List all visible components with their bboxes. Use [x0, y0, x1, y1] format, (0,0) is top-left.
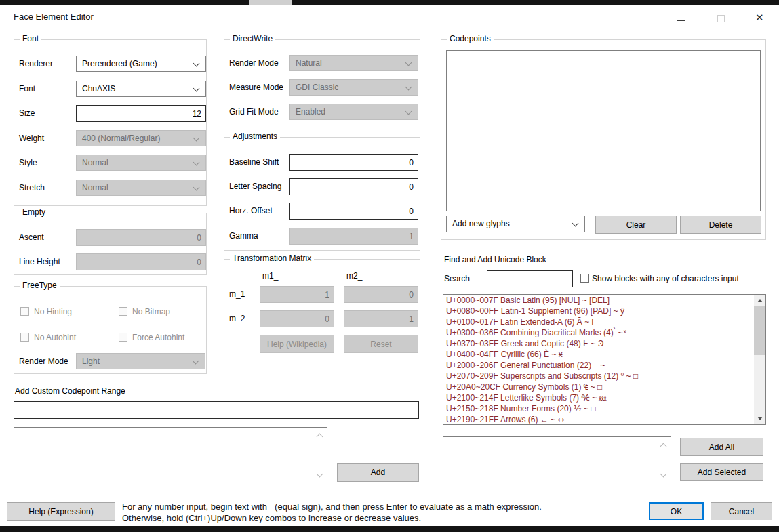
- close-button[interactable]: ✕: [755, 12, 764, 22]
- search-input[interactable]: [487, 270, 573, 287]
- dw-render-mode-select: Natural: [289, 55, 418, 71]
- gamma-label: Gamma: [229, 228, 258, 244]
- renderer-select[interactable]: Prerendered (Game): [76, 56, 206, 72]
- matrix-col1-header: m1_: [262, 271, 278, 281]
- horz-offset-label: Horz. Offset: [229, 203, 273, 219]
- scroll-up-icon[interactable]: [754, 295, 765, 306]
- no-hinting-label: No Hinting: [34, 307, 72, 316]
- weight-select: 400 (Normal/Regular): [76, 130, 206, 146]
- font-select[interactable]: ChnAXIS: [76, 81, 206, 97]
- stretch-label: Stretch: [19, 180, 45, 196]
- directwrite-group-title: DirectWrite: [230, 34, 275, 43]
- ft-render-mode-label: Render Mode: [19, 353, 68, 369]
- add-all-button[interactable]: Add All: [680, 438, 763, 456]
- chevron-down-icon: [193, 358, 199, 365]
- top-screen-strip: [0, 0, 779, 5]
- force-autohint-label: Force Autohint: [132, 333, 184, 342]
- scroll-down-icon[interactable]: [754, 413, 765, 424]
- matrix-m22-input: [344, 310, 418, 327]
- list-item[interactable]: U+2150~218F Number Forms (20) ⅐ ~ □: [443, 403, 754, 414]
- add-selected-button[interactable]: Add Selected: [680, 463, 763, 481]
- custom-range-list[interactable]: [14, 427, 327, 485]
- chevron-down-icon: [193, 135, 200, 142]
- style-label: Style: [19, 155, 37, 171]
- scrollbar-thumb[interactable]: [754, 306, 765, 355]
- baseline-shift-label: Baseline Shift: [229, 154, 279, 170]
- stretch-value: Normal: [82, 183, 108, 192]
- list-item[interactable]: U+0300~036F Combining Diacritical Marks …: [443, 327, 754, 338]
- search-label: Search: [444, 270, 470, 287]
- clear-button[interactable]: Clear: [595, 216, 677, 234]
- renderer-label: Renderer: [19, 56, 53, 72]
- unicode-block-list[interactable]: U+0000~007F Basic Latin (95) [NUL] ~ [DE…: [443, 294, 766, 425]
- list-item[interactable]: U+0080~00FF Latin-1 Supplement (96) [PAD…: [443, 306, 754, 316]
- baseline-shift-input[interactable]: [289, 154, 418, 171]
- ok-button[interactable]: OK: [649, 502, 704, 520]
- selected-blocks-list[interactable]: [443, 436, 671, 485]
- chevron-down-icon: [193, 85, 200, 92]
- help-wikipedia-button: Help (Wikipedia): [260, 335, 334, 353]
- grid-fit-label: Grid Fit Mode: [229, 104, 279, 120]
- font-value: ChnAXIS: [82, 84, 115, 94]
- weight-label: Weight: [19, 130, 44, 146]
- cancel-button[interactable]: Cancel: [711, 502, 772, 520]
- ascent-input: [76, 229, 206, 246]
- gamma-input: [289, 228, 418, 245]
- chevron-down-icon: [572, 220, 579, 227]
- maximize-button: [717, 15, 725, 22]
- chevron-down-icon: [193, 159, 200, 166]
- no-bitmap-label: No Bitmap: [132, 307, 170, 316]
- list-item[interactable]: U+0100~017F Latin Extended-A (6) Ā ~ ſ: [443, 316, 754, 327]
- grid-fit-value: Enabled: [296, 107, 325, 117]
- ascent-label: Ascent: [19, 229, 44, 245]
- dw-render-mode-value: Natural: [296, 58, 322, 68]
- no-bitmap-checkbox: [119, 307, 127, 316]
- scroll-down-icon: [317, 471, 323, 478]
- custom-range-title: Add Custom Codepoint Range: [15, 386, 125, 396]
- horz-offset-input[interactable]: [289, 203, 418, 220]
- line-height-input: [76, 253, 206, 270]
- show-blocks-label: Show blocks with any of characters input: [592, 274, 739, 283]
- dw-render-mode-label: Render Mode: [229, 55, 279, 71]
- scroll-up-icon: [317, 434, 323, 441]
- scroll-up-icon: [660, 443, 667, 450]
- help-expression-button[interactable]: Help (Expression): [7, 502, 115, 521]
- footer-hint-line1: For any number input, begin text with =(…: [122, 502, 542, 512]
- minimize-button[interactable]: [677, 20, 685, 21]
- measure-mode-select: GDI Classic: [289, 79, 418, 96]
- chevron-down-icon: [193, 60, 200, 67]
- no-hinting-checkbox: [20, 307, 29, 316]
- show-blocks-checkbox[interactable]: [580, 274, 589, 283]
- delete-button[interactable]: Delete: [680, 216, 761, 234]
- list-item[interactable]: U+2000~206F General Punctuation (22) ~: [443, 360, 754, 371]
- line-height-label: Line Height: [19, 253, 60, 270]
- unicode-section-title: Find and Add Unicode Block: [444, 255, 546, 264]
- codepoints-list[interactable]: [446, 50, 761, 211]
- renderer-value: Prerendered (Game): [82, 59, 157, 68]
- list-item[interactable]: U+0370~03FF Greek and Coptic (48) Ͱ ~ Ͽ: [443, 338, 754, 349]
- matrix-m11-input: [260, 286, 334, 303]
- measure-mode-label: Measure Mode: [229, 79, 283, 96]
- scrollbar[interactable]: [754, 295, 765, 424]
- grid-fit-select: Enabled: [289, 104, 418, 120]
- no-autohint-checkbox: [20, 333, 29, 342]
- force-autohint-checkbox: [119, 333, 127, 342]
- add-glyphs-select[interactable]: Add new glyphs: [446, 216, 585, 232]
- adjustments-group-title: Adjustments: [230, 131, 280, 141]
- add-button[interactable]: Add: [337, 463, 419, 482]
- custom-range-input[interactable]: [14, 401, 419, 419]
- no-autohint-label: No Autohint: [34, 333, 76, 342]
- list-item[interactable]: U+20A0~20CF Currency Symbols (1) ₠ ~ □: [443, 382, 754, 392]
- letter-spacing-input[interactable]: [289, 178, 418, 195]
- list-item[interactable]: U+2100~214F Letterlike Symbols (7) ℀ ~ ⅏: [443, 392, 754, 403]
- size-label: Size: [19, 105, 35, 121]
- matrix-m21-input: [260, 310, 334, 327]
- ft-render-mode-value: Light: [82, 356, 100, 366]
- style-select: Normal: [76, 155, 206, 171]
- list-item[interactable]: U+2190~21FF Arrows (6) ← ~ ⇿: [443, 414, 754, 425]
- matrix-group-title: Transformation Matrix: [230, 253, 314, 263]
- list-item[interactable]: U+0000~007F Basic Latin (95) [NUL] ~ [DE…: [443, 295, 754, 306]
- list-item[interactable]: U+2070~209F Superscripts and Subscripts …: [443, 371, 754, 382]
- list-item[interactable]: U+0400~04FF Cyrillic (66) Ѐ ~ ӿ: [443, 349, 754, 360]
- size-input[interactable]: [76, 105, 206, 122]
